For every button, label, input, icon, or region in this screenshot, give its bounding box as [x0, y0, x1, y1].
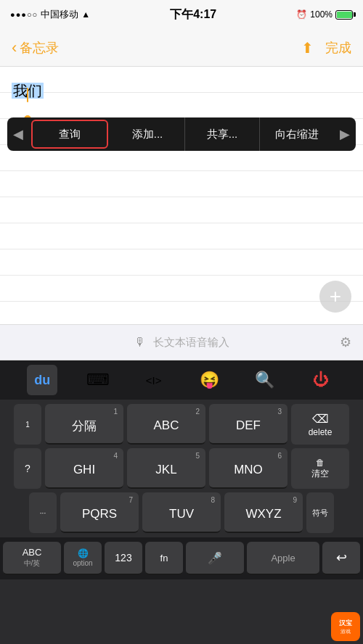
- keyboard-rows: 1 1 分隔 2 ABC 3 DEF ⌫ delete ?: [0, 400, 363, 537]
- voice-mic-icon: 🎙: [134, 336, 146, 349]
- share-button[interactable]: ⬆: [301, 39, 314, 57]
- abc-label: ABC: [23, 547, 42, 558]
- key-pqrs[interactable]: 7 PQRS: [60, 492, 139, 533]
- key-num-2: 2: [195, 408, 200, 416]
- delete-icon: ⌫: [312, 412, 329, 426]
- globe-icon: 🌐: [78, 548, 89, 558]
- search-icon: 🔍: [255, 371, 274, 389]
- key-label-tuv: TUV: [169, 507, 194, 521]
- indent-label: 向右缩进: [275, 128, 319, 141]
- keyboard-tool[interactable]: ⌨: [83, 365, 113, 395]
- key-ghi[interactable]: 4 GHI: [45, 448, 123, 489]
- voice-placeholder: 长文本语音输入: [153, 336, 229, 350]
- power-tool[interactable]: ⏻: [306, 365, 336, 395]
- voice-settings-icon[interactable]: ⚙: [340, 334, 351, 350]
- nav-actions: ⬆ 完成: [301, 39, 351, 57]
- key-label-pqrs: PQRS: [82, 507, 117, 521]
- symbol-label: 符号: [312, 508, 328, 519]
- key-label-wxyz: WXYZ: [245, 507, 281, 521]
- apple-key[interactable]: Apple: [247, 542, 319, 575]
- emoji-tool[interactable]: 😝: [194, 365, 224, 395]
- wifi-icon: ▲: [81, 9, 90, 20]
- du-input-tool[interactable]: du: [27, 365, 57, 395]
- power-icon: ⏻: [313, 371, 329, 389]
- shift-key[interactable]: 1: [14, 404, 41, 445]
- symbol-key[interactable]: 符号: [306, 492, 334, 533]
- add-note-button[interactable]: +: [319, 281, 351, 313]
- key-def[interactable]: 3 DEF: [209, 404, 287, 445]
- carrier-label: 中国移动: [41, 8, 78, 21]
- key-tuv[interactable]: 8 TUV: [142, 492, 221, 533]
- return-key[interactable]: ↩: [322, 542, 360, 575]
- ellipsis-key[interactable]: ···: [29, 492, 57, 533]
- key-fenge[interactable]: 1 分隔: [45, 404, 123, 445]
- du-icon: du: [34, 373, 50, 388]
- key-num-1: 1: [113, 408, 118, 416]
- globe-key[interactable]: 🌐 option: [64, 542, 102, 575]
- note-lines: [0, 67, 363, 324]
- share-label: 共享...: [207, 128, 238, 141]
- context-menu-left-arrow[interactable]: ◀: [7, 117, 29, 151]
- num-key[interactable]: 123: [105, 542, 142, 575]
- key-label-def: DEF: [236, 418, 261, 433]
- fn-label: fn: [160, 553, 168, 564]
- voice-bar[interactable]: 🎙 长文本语音输入 ⚙: [0, 324, 363, 360]
- battery-icon: [335, 10, 353, 20]
- context-menu-share[interactable]: 共享...: [185, 117, 260, 151]
- keyboard-toolbar: du ⌨ <I> 😝 🔍 ⏻: [0, 360, 363, 400]
- back-arrow-icon: ‹: [12, 38, 17, 57]
- emoji-icon: 😝: [200, 371, 219, 389]
- context-menu-lookup[interactable]: 查询: [31, 120, 108, 149]
- shift-label: 1: [25, 421, 30, 429]
- key-label-mno: MNO: [234, 463, 263, 477]
- key-num-3: 3: [277, 408, 282, 416]
- watermark-badge: 汉宝 游戏: [331, 612, 360, 641]
- question-key[interactable]: ?: [14, 448, 41, 489]
- key-num-5: 5: [195, 452, 200, 460]
- context-menu-right-arrow[interactable]: ▶: [334, 117, 356, 151]
- key-jkl[interactable]: 5 JKL: [127, 448, 205, 489]
- option-label: option: [73, 559, 92, 567]
- context-menu-indent[interactable]: 向右缩进: [260, 117, 334, 151]
- fn-key[interactable]: fn: [145, 542, 183, 575]
- add-label: 添加...: [132, 128, 163, 141]
- key-num-7: 7: [129, 496, 133, 504]
- clear-label: 🗑: [316, 458, 325, 468]
- context-menu-items: 查询 添加... 共享... 向右缩进: [29, 117, 334, 151]
- context-menu: ◀ 查询 添加... 共享... 向右缩进 ▶: [7, 117, 356, 151]
- return-icon: ↩: [336, 550, 347, 566]
- mic-key[interactable]: 🎤: [186, 542, 244, 575]
- key-wxyz[interactable]: 9 WXYZ: [224, 492, 303, 533]
- key-abc[interactable]: 2 ABC: [127, 404, 205, 445]
- apple-label: Apple: [271, 553, 295, 564]
- status-right: ⏰ 100%: [296, 9, 353, 20]
- key-label-ghi: GHI: [73, 463, 95, 477]
- key-num-6: 6: [277, 452, 282, 460]
- clock: 下午4:17: [170, 7, 216, 22]
- search-tool[interactable]: 🔍: [250, 365, 280, 395]
- back-button[interactable]: ‹ 备忘录: [12, 38, 59, 57]
- key-num-9: 9: [293, 496, 297, 504]
- num-label: 123: [115, 552, 131, 564]
- notes-area[interactable]: 我们 ◀ 查询 添加... 共享... 向右缩进 ▶ +: [0, 67, 363, 324]
- abc-key[interactable]: ABC 中/英: [3, 542, 61, 575]
- clear-key[interactable]: 🗑 清空: [291, 448, 349, 489]
- done-button[interactable]: 完成: [325, 39, 351, 57]
- key-label-fenge: 分隔: [72, 418, 97, 434]
- delete-key[interactable]: ⌫ delete: [291, 404, 349, 445]
- lookup-label: 查询: [59, 128, 81, 141]
- selected-text-wrapper: 我们: [12, 81, 44, 101]
- status-bar: ●●●○○ 中国移动 ▲ 下午4:17 ⏰ 100%: [0, 0, 363, 29]
- context-menu-add[interactable]: 添加...: [110, 117, 185, 151]
- key-num-8: 8: [211, 496, 215, 504]
- key-num-4: 4: [113, 452, 118, 460]
- key-label-abc: ABC: [154, 418, 179, 433]
- back-label: 备忘录: [20, 39, 59, 57]
- cursor-icon: <I>: [146, 374, 162, 387]
- watermark-top: 汉宝: [339, 619, 352, 628]
- nav-bar: ‹ 备忘录 ⬆ 完成: [0, 29, 363, 67]
- abc-sub-label: 中/英: [24, 558, 41, 569]
- cursor-tool[interactable]: <I>: [139, 365, 169, 395]
- key-mno[interactable]: 6 MNO: [209, 448, 287, 489]
- delete-label: delete: [309, 427, 333, 437]
